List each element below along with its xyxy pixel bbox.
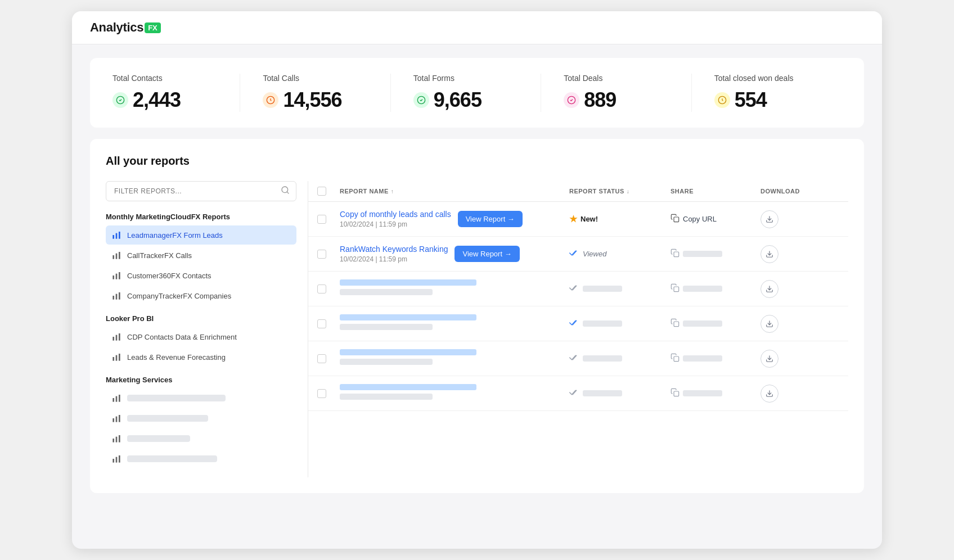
star-icon: ★ xyxy=(569,214,577,224)
report-date: 10/02/2024 | 11:59 pm xyxy=(340,255,448,263)
report-name-link[interactable]: Copy of monthly leads and calls xyxy=(340,210,451,219)
skeleton-label xyxy=(127,455,217,462)
bar-chart-icon xyxy=(111,393,122,403)
svg-rect-14 xyxy=(116,274,118,279)
share-cell xyxy=(670,388,760,399)
bar-chart-icon xyxy=(111,433,122,444)
header: Analytics FX xyxy=(72,11,882,44)
th-checkbox xyxy=(317,187,340,196)
sidebar-item-group1-0[interactable]: LeadmanagerFX Form Leads xyxy=(106,225,296,245)
stat-value: 9,665 xyxy=(434,88,482,112)
share-cell xyxy=(670,283,760,295)
sidebar-item-group3-skeleton-0[interactable] xyxy=(106,389,296,408)
main-content: Total Contacts 2,443 Total Calls 14,556 … xyxy=(72,44,882,507)
sidebar-item-group1-1[interactable]: CallTrackerFX Calls xyxy=(106,246,296,265)
sidebar-group-3: Marketing Services xyxy=(106,376,296,468)
download-button[interactable] xyxy=(760,210,778,228)
reports-sidebar: Monthly MarketingCloudFX Reports Leadman… xyxy=(106,181,308,477)
sidebar-group-1-label: Monthly MarketingCloudFX Reports xyxy=(106,213,296,221)
stat-value-row: 9,665 xyxy=(413,88,527,112)
download-button[interactable] xyxy=(760,350,778,368)
sort-desc-icon: ↓ xyxy=(627,188,630,195)
skeleton-status-text xyxy=(583,320,622,327)
sidebar-item-label: Customer360FX Contacts xyxy=(127,272,212,280)
stat-label: Total Calls xyxy=(263,74,376,83)
row-checkbox[interactable] xyxy=(317,284,326,293)
stat-icon xyxy=(413,92,429,108)
sidebar-group-2: Looker Pro BI CDP Contacts Data & Enrich… xyxy=(106,314,296,367)
stat-label: Total Forms xyxy=(413,74,527,83)
sidebar-item-group1-3[interactable]: CompanyTrackerFX Companies xyxy=(106,286,296,305)
skeleton-share-text xyxy=(683,251,722,257)
sidebar-item-group2-1[interactable]: Leads & Revenue Forecasting xyxy=(106,347,296,367)
row-checkbox[interactable] xyxy=(317,389,326,398)
search-button[interactable] xyxy=(281,186,290,197)
stat-icon xyxy=(714,92,730,108)
share-cell xyxy=(670,353,760,364)
sidebar-item-group3-skeleton-3[interactable] xyxy=(106,449,296,468)
sidebar-item-group2-0[interactable]: CDP Contacts Data & Enrichment xyxy=(106,327,296,346)
sidebar-item-label: CDP Contacts Data & Enrichment xyxy=(127,333,237,341)
row-checkbox[interactable] xyxy=(317,215,326,224)
share-cell[interactable]: Copy URL xyxy=(670,214,760,224)
logo-text: Analytics xyxy=(90,20,143,35)
report-name-cell xyxy=(340,349,569,368)
skeleton-status-text xyxy=(583,355,622,362)
view-report-button[interactable]: View Report → xyxy=(454,246,519,262)
skeleton-name xyxy=(340,279,476,286)
copy-icon xyxy=(670,388,680,399)
reports-card: All your reports xyxy=(90,139,864,493)
report-name-link[interactable]: RankWatch Keywords Ranking xyxy=(340,245,448,254)
search-box xyxy=(106,181,296,201)
download-button[interactable] xyxy=(760,385,778,403)
stat-value-row: 554 xyxy=(714,88,828,112)
app-container: Analytics FX Total Contacts 2,443 Total … xyxy=(72,11,882,549)
download-cell xyxy=(760,245,839,263)
report-name-cell: RankWatch Keywords Ranking 10/02/2024 | … xyxy=(340,245,569,263)
svg-rect-9 xyxy=(119,232,120,239)
sidebar-item-label: LeadmanagerFX Form Leads xyxy=(127,231,223,240)
stat-label: Total Contacts xyxy=(112,74,226,83)
sidebar-item-group3-skeleton-1[interactable] xyxy=(106,409,296,428)
svg-rect-24 xyxy=(119,354,120,361)
th-report-status[interactable]: REPORT STATUS ↓ xyxy=(569,187,670,196)
skeleton-label xyxy=(127,395,226,401)
row-checkbox[interactable] xyxy=(317,250,326,259)
svg-rect-33 xyxy=(119,435,120,442)
skeleton-status-text xyxy=(583,286,622,292)
th-share: SHARE xyxy=(670,187,760,196)
svg-rect-27 xyxy=(119,395,120,402)
sidebar-item-group3-skeleton-2[interactable] xyxy=(106,429,296,448)
svg-rect-19 xyxy=(112,337,114,341)
logo: Analytics FX xyxy=(90,20,161,35)
download-button[interactable] xyxy=(760,245,778,263)
th-report-name[interactable]: REPORT NAME ↑ xyxy=(340,187,569,196)
svg-line-6 xyxy=(287,192,289,193)
skeleton-share-text xyxy=(683,286,722,292)
search-input[interactable] xyxy=(106,181,296,201)
view-report-button[interactable]: View Report → xyxy=(458,211,523,227)
download-cell xyxy=(760,280,839,298)
sidebar-item-group1-2[interactable]: Customer360FX Contacts xyxy=(106,266,296,285)
download-button[interactable] xyxy=(760,315,778,333)
status-label: Viewed xyxy=(583,250,606,258)
stat-item-1: Total Calls 14,556 xyxy=(240,74,390,112)
svg-rect-12 xyxy=(119,252,120,259)
skeleton-share-text xyxy=(683,390,722,396)
header-checkbox[interactable] xyxy=(317,187,326,196)
row-checkbox[interactable] xyxy=(317,354,326,363)
svg-rect-47 xyxy=(674,391,679,396)
stat-label: Total closed won deals xyxy=(714,74,828,83)
svg-rect-23 xyxy=(116,355,118,361)
stat-item-0: Total Contacts 2,443 xyxy=(112,74,240,112)
bar-chart-icon xyxy=(111,454,122,464)
check-double-icon xyxy=(569,249,579,259)
download-button[interactable] xyxy=(760,280,778,298)
row-checkbox[interactable] xyxy=(317,319,326,328)
reports-table: REPORT NAME ↑ REPORT STATUS ↓ SHARE DOWN… xyxy=(308,181,848,477)
svg-rect-20 xyxy=(116,335,118,341)
status-cell xyxy=(569,319,670,329)
share-cell xyxy=(670,249,760,260)
svg-rect-11 xyxy=(116,254,118,259)
table-row xyxy=(308,341,848,376)
